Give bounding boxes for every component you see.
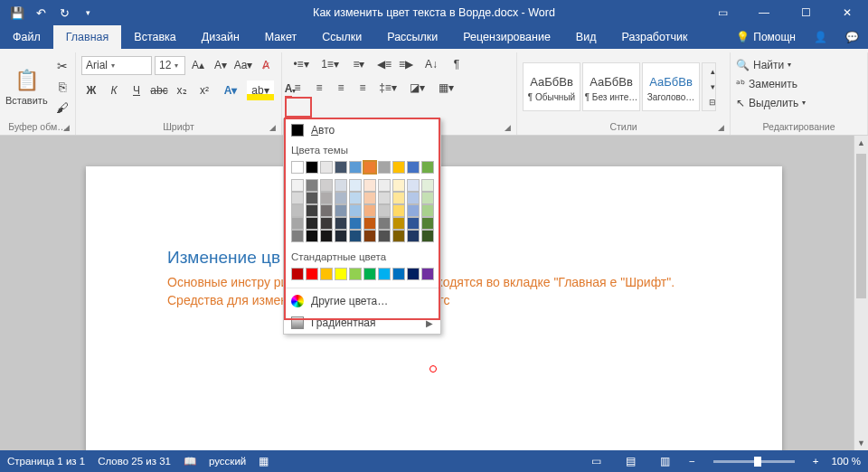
color-swatch[interactable] (320, 268, 333, 280)
color-swatch[interactable] (320, 192, 333, 204)
color-swatch[interactable] (291, 192, 304, 204)
font-launcher-icon[interactable]: ◢ (269, 123, 276, 132)
color-swatch[interactable] (335, 161, 347, 174)
zoom-level[interactable]: 100 % (831, 456, 861, 467)
color-swatch[interactable] (378, 192, 391, 204)
clear-formatting-icon[interactable]: A̷ (256, 55, 276, 75)
view-print-icon[interactable]: ▤ (620, 450, 642, 472)
status-words[interactable]: Слово 25 из 31 (98, 456, 171, 467)
color-swatch[interactable] (407, 179, 420, 192)
color-swatch[interactable] (421, 161, 434, 174)
clipboard-launcher-icon[interactable]: ◢ (63, 123, 70, 132)
font-size-dropdown[interactable]: 12▾ (155, 56, 185, 75)
status-macro-icon[interactable]: ▦ (259, 455, 269, 467)
color-swatch[interactable] (335, 192, 347, 204)
color-swatch[interactable] (421, 230, 434, 242)
styles-launcher-icon[interactable]: ◢ (718, 123, 724, 132)
color-swatch[interactable] (335, 204, 347, 217)
color-swatch[interactable] (335, 230, 347, 242)
color-swatch[interactable] (335, 179, 347, 192)
color-swatch[interactable] (392, 268, 405, 280)
color-swatch[interactable] (407, 192, 420, 204)
vertical-scrollbar[interactable]: ▲ ▼ (854, 136, 868, 450)
status-language[interactable]: русский (209, 456, 246, 467)
tab-insert[interactable]: Вставка (121, 25, 188, 49)
color-swatch[interactable] (363, 161, 376, 174)
zoom-slider[interactable] (713, 460, 795, 463)
borders-button[interactable]: ▦▾ (432, 78, 459, 98)
bullets-button[interactable]: •≡▾ (288, 54, 315, 74)
color-swatch[interactable] (320, 204, 333, 217)
font-name-dropdown[interactable]: Arial▾ (81, 56, 152, 75)
gradient-fill[interactable]: Градиентная ▶ (284, 312, 440, 334)
share-button[interactable]: 👤 (805, 25, 836, 49)
color-swatch[interactable] (306, 217, 318, 230)
tab-layout[interactable]: Макет (252, 25, 309, 49)
zoom-in-icon[interactable]: + (813, 456, 819, 467)
color-swatch[interactable] (306, 161, 318, 174)
align-left-icon[interactable]: ≡ (288, 78, 307, 98)
paste-button[interactable]: 📋 Вставить (5, 58, 48, 116)
color-swatch[interactable] (407, 217, 420, 230)
tab-mailings[interactable]: Рассылки (374, 25, 450, 49)
color-swatch[interactable] (363, 192, 376, 204)
italic-button[interactable]: К (104, 80, 124, 100)
tell-me[interactable]: 💡Помощн (727, 25, 805, 49)
format-painter-icon[interactable]: 🖌 (53, 99, 71, 117)
color-swatch[interactable] (291, 161, 304, 174)
ribbon-options-icon[interactable]: ▭ (702, 0, 743, 25)
multilevel-button[interactable]: ≡▾ (345, 54, 373, 74)
color-swatch[interactable] (349, 230, 362, 242)
color-swatch[interactable] (407, 204, 420, 217)
color-swatch[interactable] (320, 179, 333, 192)
color-swatch[interactable] (291, 217, 304, 230)
save-icon[interactable]: 💾 (5, 0, 29, 25)
zoom-out-icon[interactable]: − (689, 456, 695, 467)
tab-view[interactable]: Вид (563, 25, 609, 49)
color-swatch[interactable] (378, 217, 391, 230)
color-swatch[interactable] (392, 204, 405, 217)
color-swatch[interactable] (363, 230, 376, 242)
color-swatch[interactable] (407, 230, 420, 242)
justify-icon[interactable]: ≡ (353, 78, 373, 98)
tab-home[interactable]: Главная (53, 25, 122, 49)
color-swatch[interactable] (320, 217, 333, 230)
style-heading1[interactable]: АаБбВвЗаголово… (642, 62, 700, 111)
status-page[interactable]: Страница 1 из 1 (7, 456, 85, 467)
tab-review[interactable]: Рецензирование (450, 25, 563, 49)
styles-up-icon[interactable]: ▴ (703, 63, 722, 79)
color-swatch[interactable] (349, 161, 362, 174)
grow-font-icon[interactable]: A▴ (188, 55, 208, 75)
scroll-up-icon[interactable]: ▲ (854, 136, 868, 150)
color-swatch[interactable] (378, 161, 391, 174)
color-swatch[interactable] (291, 230, 304, 242)
sort-button[interactable]: A↓ (418, 54, 445, 74)
style-no-spacing[interactable]: АаБбВв¶ Без инте… (582, 62, 640, 111)
align-right-icon[interactable]: ≡ (331, 78, 351, 98)
scroll-down-icon[interactable]: ▼ (854, 436, 868, 450)
redo-icon[interactable]: ↻ (52, 0, 76, 25)
color-swatch[interactable] (421, 192, 434, 204)
copy-icon[interactable]: ⎘ (53, 78, 71, 96)
color-swatch[interactable] (320, 230, 333, 242)
shrink-font-icon[interactable]: A▾ (211, 55, 231, 75)
scroll-thumb[interactable] (856, 154, 866, 298)
replace-button[interactable]: ᵃᵇЗаменить (736, 75, 797, 92)
color-swatch[interactable] (291, 204, 304, 217)
color-swatch[interactable] (392, 179, 405, 192)
shading-button[interactable]: ◪▾ (403, 78, 430, 98)
styles-down-icon[interactable]: ▾ (703, 79, 722, 94)
color-swatch[interactable] (421, 179, 434, 192)
color-swatch[interactable] (349, 192, 362, 204)
qat-customize-icon[interactable]: ▾ (76, 0, 99, 25)
change-case-icon[interactable]: Aa▾ (233, 55, 253, 75)
color-swatch[interactable] (335, 268, 347, 280)
color-auto[interactable]: Авто (284, 119, 440, 141)
view-read-icon[interactable]: ▭ (586, 450, 608, 472)
color-swatch[interactable] (407, 161, 420, 174)
more-colors[interactable]: Другие цвета… (284, 290, 440, 312)
color-swatch[interactable] (421, 217, 434, 230)
color-swatch[interactable] (306, 230, 318, 242)
paragraph-launcher-icon[interactable]: ◢ (505, 123, 511, 132)
color-swatch[interactable] (349, 179, 362, 192)
